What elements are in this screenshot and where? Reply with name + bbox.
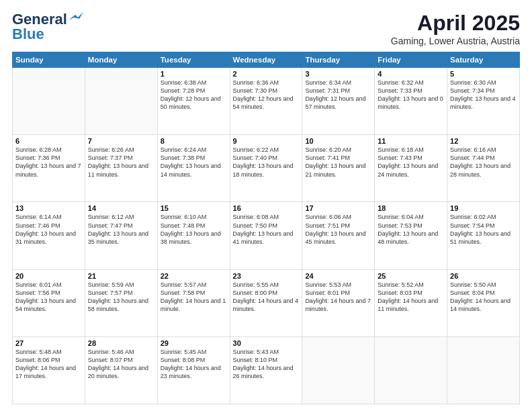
title-block: April 2025 Gaming, Lower Austria, Austri… bbox=[391, 11, 520, 46]
logo-blue: Blue bbox=[12, 26, 44, 43]
day-info: Sunrise: 6:28 AM Sunset: 7:36 PM Dayligh… bbox=[15, 146, 82, 179]
day-info: Sunrise: 5:53 AM Sunset: 8:01 PM Dayligh… bbox=[305, 281, 371, 314]
calendar-cell: 2Sunrise: 6:36 AM Sunset: 7:30 PM Daylig… bbox=[230, 68, 302, 135]
col-thursday: Thursday bbox=[302, 52, 375, 68]
calendar-cell bbox=[302, 336, 375, 404]
calendar-cell: 15Sunrise: 6:10 AM Sunset: 7:48 PM Dayli… bbox=[157, 202, 230, 269]
day-info: Sunrise: 6:36 AM Sunset: 7:30 PM Dayligh… bbox=[233, 79, 300, 111]
calendar-cell: 9Sunrise: 6:22 AM Sunset: 7:40 PM Daylig… bbox=[230, 135, 302, 202]
calendar-week-row: 13Sunrise: 6:14 AM Sunset: 7:46 PM Dayli… bbox=[13, 202, 520, 269]
day-info: Sunrise: 6:01 AM Sunset: 7:56 PM Dayligh… bbox=[15, 281, 82, 314]
calendar-cell: 20Sunrise: 6:01 AM Sunset: 7:56 PM Dayli… bbox=[13, 269, 85, 336]
day-number: 24 bbox=[305, 272, 371, 280]
calendar-cell: 16Sunrise: 6:08 AM Sunset: 7:50 PM Dayli… bbox=[230, 202, 302, 269]
day-info: Sunrise: 6:38 AM Sunset: 7:28 PM Dayligh… bbox=[161, 79, 227, 111]
day-number: 5 bbox=[450, 70, 517, 78]
calendar-header-row: Sunday Monday Tuesday Wednesday Thursday… bbox=[13, 52, 520, 68]
day-number: 16 bbox=[233, 204, 300, 212]
day-number: 8 bbox=[161, 137, 227, 145]
day-number: 30 bbox=[233, 339, 300, 347]
day-info: Sunrise: 6:16 AM Sunset: 7:44 PM Dayligh… bbox=[450, 146, 517, 179]
day-info: Sunrise: 6:30 AM Sunset: 7:34 PM Dayligh… bbox=[450, 79, 517, 111]
calendar-cell: 7Sunrise: 6:26 AM Sunset: 7:37 PM Daylig… bbox=[85, 135, 157, 202]
day-info: Sunrise: 5:48 AM Sunset: 8:06 PM Dayligh… bbox=[15, 348, 82, 381]
day-info: Sunrise: 5:45 AM Sunset: 8:08 PM Dayligh… bbox=[161, 348, 227, 381]
day-number: 20 bbox=[15, 272, 82, 280]
calendar-cell: 29Sunrise: 5:45 AM Sunset: 8:08 PM Dayli… bbox=[157, 336, 230, 404]
location-subtitle: Gaming, Lower Austria, Austria bbox=[391, 36, 520, 46]
day-info: Sunrise: 6:34 AM Sunset: 7:31 PM Dayligh… bbox=[305, 79, 371, 111]
day-number: 2 bbox=[233, 70, 300, 78]
day-number: 27 bbox=[15, 339, 82, 347]
calendar-cell: 17Sunrise: 6:06 AM Sunset: 7:51 PM Dayli… bbox=[302, 202, 375, 269]
day-number: 21 bbox=[88, 272, 154, 280]
day-info: Sunrise: 6:18 AM Sunset: 7:43 PM Dayligh… bbox=[378, 146, 444, 179]
day-info: Sunrise: 6:26 AM Sunset: 7:37 PM Dayligh… bbox=[88, 146, 154, 179]
day-number: 23 bbox=[233, 272, 300, 280]
calendar-cell: 26Sunrise: 5:50 AM Sunset: 8:04 PM Dayli… bbox=[447, 269, 520, 336]
day-info: Sunrise: 6:32 AM Sunset: 7:33 PM Dayligh… bbox=[378, 79, 444, 111]
day-info: Sunrise: 5:57 AM Sunset: 7:58 PM Dayligh… bbox=[161, 281, 227, 314]
calendar-week-row: 27Sunrise: 5:48 AM Sunset: 8:06 PM Dayli… bbox=[13, 336, 520, 404]
day-info: Sunrise: 6:06 AM Sunset: 7:51 PM Dayligh… bbox=[305, 213, 371, 246]
day-number: 7 bbox=[88, 137, 154, 145]
calendar-cell: 1Sunrise: 6:38 AM Sunset: 7:28 PM Daylig… bbox=[157, 68, 230, 135]
calendar-cell bbox=[85, 68, 157, 135]
col-monday: Monday bbox=[85, 52, 157, 68]
calendar-cell bbox=[375, 336, 447, 404]
calendar-cell: 30Sunrise: 5:43 AM Sunset: 8:10 PM Dayli… bbox=[230, 336, 302, 404]
page: General Blue April 2025 Gaming, Lower Au… bbox=[0, 0, 532, 411]
logo-bird-icon bbox=[69, 12, 83, 24]
day-info: Sunrise: 6:14 AM Sunset: 7:46 PM Dayligh… bbox=[15, 213, 82, 246]
day-info: Sunrise: 6:04 AM Sunset: 7:53 PM Dayligh… bbox=[378, 213, 444, 246]
day-info: Sunrise: 6:02 AM Sunset: 7:54 PM Dayligh… bbox=[450, 213, 517, 246]
svg-marker-0 bbox=[69, 12, 83, 20]
day-number: 13 bbox=[15, 204, 82, 212]
day-info: Sunrise: 6:20 AM Sunset: 7:41 PM Dayligh… bbox=[305, 146, 371, 179]
day-number: 4 bbox=[378, 70, 444, 78]
day-number: 15 bbox=[161, 204, 227, 212]
col-sunday: Sunday bbox=[13, 52, 85, 68]
day-number: 10 bbox=[305, 137, 371, 145]
day-number: 19 bbox=[450, 204, 517, 212]
calendar-cell: 6Sunrise: 6:28 AM Sunset: 7:36 PM Daylig… bbox=[13, 135, 85, 202]
day-number: 9 bbox=[233, 137, 300, 145]
day-info: Sunrise: 5:46 AM Sunset: 8:07 PM Dayligh… bbox=[88, 348, 154, 381]
calendar-cell: 23Sunrise: 5:55 AM Sunset: 8:00 PM Dayli… bbox=[230, 269, 302, 336]
day-info: Sunrise: 5:52 AM Sunset: 8:03 PM Dayligh… bbox=[378, 281, 444, 314]
day-number: 12 bbox=[450, 137, 517, 145]
month-title: April 2025 bbox=[391, 11, 520, 36]
day-info: Sunrise: 6:10 AM Sunset: 7:48 PM Dayligh… bbox=[161, 213, 227, 246]
calendar-cell: 22Sunrise: 5:57 AM Sunset: 7:58 PM Dayli… bbox=[157, 269, 230, 336]
calendar-week-row: 1Sunrise: 6:38 AM Sunset: 7:28 PM Daylig… bbox=[13, 68, 520, 135]
col-tuesday: Tuesday bbox=[157, 52, 230, 68]
calendar-cell: 14Sunrise: 6:12 AM Sunset: 7:47 PM Dayli… bbox=[85, 202, 157, 269]
day-number: 25 bbox=[378, 272, 444, 280]
day-info: Sunrise: 5:59 AM Sunset: 7:57 PM Dayligh… bbox=[88, 281, 154, 314]
day-info: Sunrise: 6:12 AM Sunset: 7:47 PM Dayligh… bbox=[88, 213, 154, 246]
day-number: 28 bbox=[88, 339, 154, 347]
logo: General Blue bbox=[12, 11, 83, 43]
calendar-cell: 21Sunrise: 5:59 AM Sunset: 7:57 PM Dayli… bbox=[85, 269, 157, 336]
header: General Blue April 2025 Gaming, Lower Au… bbox=[12, 11, 520, 46]
day-number: 14 bbox=[88, 204, 154, 212]
day-number: 29 bbox=[161, 339, 227, 347]
day-info: Sunrise: 6:08 AM Sunset: 7:50 PM Dayligh… bbox=[233, 213, 300, 246]
day-info: Sunrise: 5:43 AM Sunset: 8:10 PM Dayligh… bbox=[233, 348, 300, 381]
day-number: 18 bbox=[378, 204, 444, 212]
calendar-cell: 3Sunrise: 6:34 AM Sunset: 7:31 PM Daylig… bbox=[302, 68, 375, 135]
calendar-cell: 28Sunrise: 5:46 AM Sunset: 8:07 PM Dayli… bbox=[85, 336, 157, 404]
day-number: 26 bbox=[450, 272, 517, 280]
day-number: 3 bbox=[305, 70, 371, 78]
calendar-cell: 12Sunrise: 6:16 AM Sunset: 7:44 PM Dayli… bbox=[447, 135, 520, 202]
calendar-cell bbox=[13, 68, 85, 135]
calendar-cell: 11Sunrise: 6:18 AM Sunset: 7:43 PM Dayli… bbox=[375, 135, 447, 202]
calendar-cell bbox=[447, 336, 520, 404]
calendar-week-row: 20Sunrise: 6:01 AM Sunset: 7:56 PM Dayli… bbox=[13, 269, 520, 336]
calendar-cell: 8Sunrise: 6:24 AM Sunset: 7:38 PM Daylig… bbox=[157, 135, 230, 202]
calendar-cell: 5Sunrise: 6:30 AM Sunset: 7:34 PM Daylig… bbox=[447, 68, 520, 135]
calendar-week-row: 6Sunrise: 6:28 AM Sunset: 7:36 PM Daylig… bbox=[13, 135, 520, 202]
col-friday: Friday bbox=[375, 52, 447, 68]
calendar-cell: 27Sunrise: 5:48 AM Sunset: 8:06 PM Dayli… bbox=[13, 336, 85, 404]
calendar-cell: 25Sunrise: 5:52 AM Sunset: 8:03 PM Dayli… bbox=[375, 269, 447, 336]
